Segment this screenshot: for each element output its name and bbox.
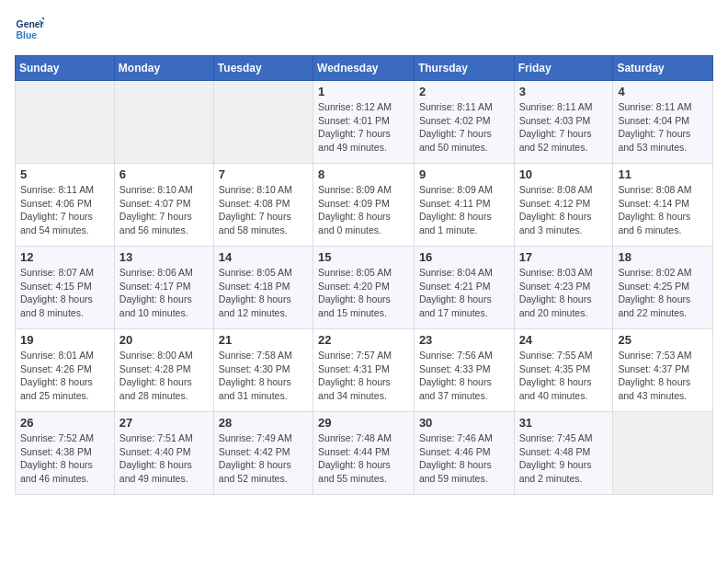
calendar-cell: 30Sunrise: 7:46 AM Sunset: 4:46 PM Dayli…: [414, 412, 514, 495]
day-info: Sunrise: 8:11 AM Sunset: 4:04 PM Dayligh…: [618, 100, 708, 155]
day-info: Sunrise: 7:55 AM Sunset: 4:35 PM Dayligh…: [519, 349, 609, 403]
calendar-cell: 17Sunrise: 8:03 AM Sunset: 4:23 PM Dayli…: [514, 247, 613, 329]
calendar-cell: 21Sunrise: 7:58 AM Sunset: 4:30 PM Dayli…: [213, 329, 313, 412]
day-info: Sunrise: 7:51 AM Sunset: 4:40 PM Dayligh…: [119, 431, 209, 486]
calendar-week-row: 26Sunrise: 7:52 AM Sunset: 4:38 PM Dayli…: [16, 412, 713, 495]
weekday-header-friday: Friday: [514, 56, 613, 81]
day-info: Sunrise: 7:48 AM Sunset: 4:44 PM Dayligh…: [318, 431, 409, 486]
calendar-week-row: 19Sunrise: 8:01 AM Sunset: 4:26 PM Dayli…: [16, 329, 713, 412]
calendar-cell: 26Sunrise: 7:52 AM Sunset: 4:38 PM Dayli…: [16, 412, 115, 495]
calendar-cell: [114, 81, 213, 164]
day-info: Sunrise: 8:00 AM Sunset: 4:28 PM Dayligh…: [119, 349, 209, 403]
calendar-table: SundayMondayTuesdayWednesdayThursdayFrid…: [15, 55, 713, 495]
calendar-cell: 28Sunrise: 7:49 AM Sunset: 4:42 PM Dayli…: [213, 412, 313, 495]
day-number: 17: [519, 250, 609, 264]
calendar-cell: 27Sunrise: 7:51 AM Sunset: 4:40 PM Dayli…: [114, 412, 213, 495]
day-number: 25: [618, 333, 708, 347]
weekday-header-sunday: Sunday: [16, 56, 115, 81]
day-info: Sunrise: 8:04 AM Sunset: 4:21 PM Dayligh…: [419, 266, 509, 320]
day-number: 18: [618, 250, 708, 264]
day-info: Sunrise: 7:57 AM Sunset: 4:31 PM Dayligh…: [318, 349, 409, 403]
calendar-cell: 8Sunrise: 8:09 AM Sunset: 4:09 PM Daylig…: [313, 164, 415, 247]
day-number: 1: [318, 85, 409, 98]
day-number: 29: [318, 416, 409, 430]
day-info: Sunrise: 8:08 AM Sunset: 4:12 PM Dayligh…: [519, 183, 609, 237]
day-info: Sunrise: 8:01 AM Sunset: 4:26 PM Dayligh…: [20, 349, 109, 403]
day-info: Sunrise: 8:12 AM Sunset: 4:01 PM Dayligh…: [318, 100, 409, 155]
day-number: 31: [519, 416, 609, 430]
calendar-cell: 3Sunrise: 8:11 AM Sunset: 4:03 PM Daylig…: [514, 81, 613, 164]
day-info: Sunrise: 8:05 AM Sunset: 4:20 PM Dayligh…: [318, 266, 409, 320]
day-info: Sunrise: 8:09 AM Sunset: 4:09 PM Dayligh…: [318, 183, 409, 237]
day-number: 23: [419, 333, 509, 347]
day-info: Sunrise: 8:09 AM Sunset: 4:11 PM Dayligh…: [419, 183, 509, 237]
calendar-cell: 5Sunrise: 8:11 AM Sunset: 4:06 PM Daylig…: [16, 164, 115, 247]
day-number: 7: [219, 167, 308, 181]
day-number: 13: [119, 250, 209, 264]
calendar-cell: [16, 81, 115, 164]
day-number: 28: [219, 416, 308, 430]
calendar-cell: 16Sunrise: 8:04 AM Sunset: 4:21 PM Dayli…: [414, 247, 514, 329]
day-info: Sunrise: 7:58 AM Sunset: 4:30 PM Dayligh…: [219, 349, 308, 403]
calendar-week-row: 1Sunrise: 8:12 AM Sunset: 4:01 PM Daylig…: [16, 81, 713, 164]
day-info: Sunrise: 8:06 AM Sunset: 4:17 PM Dayligh…: [119, 266, 209, 320]
weekday-header-tuesday: Tuesday: [213, 56, 313, 81]
calendar-cell: 18Sunrise: 8:02 AM Sunset: 4:25 PM Dayli…: [613, 247, 713, 329]
calendar-cell: 15Sunrise: 8:05 AM Sunset: 4:20 PM Dayli…: [313, 247, 415, 329]
svg-text:Blue: Blue: [17, 30, 38, 40]
logo: General Blue: [15, 15, 48, 44]
day-info: Sunrise: 7:56 AM Sunset: 4:33 PM Dayligh…: [419, 349, 509, 403]
calendar-cell: 25Sunrise: 7:53 AM Sunset: 4:37 PM Dayli…: [613, 329, 713, 412]
calendar-week-row: 12Sunrise: 8:07 AM Sunset: 4:15 PM Dayli…: [16, 247, 713, 329]
day-number: 16: [419, 250, 509, 264]
calendar-cell: 10Sunrise: 8:08 AM Sunset: 4:12 PM Dayli…: [514, 164, 613, 247]
weekday-header-thursday: Thursday: [414, 56, 514, 81]
day-info: Sunrise: 7:49 AM Sunset: 4:42 PM Dayligh…: [219, 431, 308, 486]
day-info: Sunrise: 8:11 AM Sunset: 4:02 PM Dayligh…: [419, 100, 509, 155]
calendar-cell: 2Sunrise: 8:11 AM Sunset: 4:02 PM Daylig…: [414, 81, 514, 164]
calendar-cell: 13Sunrise: 8:06 AM Sunset: 4:17 PM Dayli…: [114, 247, 213, 329]
day-number: 24: [519, 333, 609, 347]
calendar-cell: 22Sunrise: 7:57 AM Sunset: 4:31 PM Dayli…: [313, 329, 415, 412]
day-number: 14: [219, 250, 308, 264]
calendar-cell: [213, 81, 313, 164]
day-number: 27: [119, 416, 209, 430]
day-number: 6: [119, 167, 209, 181]
calendar-cell: 11Sunrise: 8:08 AM Sunset: 4:14 PM Dayli…: [613, 164, 713, 247]
calendar-cell: 24Sunrise: 7:55 AM Sunset: 4:35 PM Dayli…: [514, 329, 613, 412]
day-info: Sunrise: 7:53 AM Sunset: 4:37 PM Dayligh…: [618, 349, 708, 403]
calendar-cell: 9Sunrise: 8:09 AM Sunset: 4:11 PM Daylig…: [414, 164, 514, 247]
day-info: Sunrise: 8:10 AM Sunset: 4:08 PM Dayligh…: [219, 183, 308, 237]
day-info: Sunrise: 8:08 AM Sunset: 4:14 PM Dayligh…: [618, 183, 708, 237]
day-info: Sunrise: 8:11 AM Sunset: 4:06 PM Dayligh…: [20, 183, 109, 237]
day-number: 22: [318, 333, 409, 347]
day-number: 15: [318, 250, 409, 264]
day-info: Sunrise: 7:46 AM Sunset: 4:46 PM Dayligh…: [419, 431, 509, 486]
day-info: Sunrise: 8:05 AM Sunset: 4:18 PM Dayligh…: [219, 266, 308, 320]
calendar-cell: 4Sunrise: 8:11 AM Sunset: 4:04 PM Daylig…: [613, 81, 713, 164]
calendar-cell: 29Sunrise: 7:48 AM Sunset: 4:44 PM Dayli…: [313, 412, 415, 495]
logo-icon: General Blue: [15, 15, 44, 44]
day-number: 21: [219, 333, 308, 347]
day-info: Sunrise: 8:02 AM Sunset: 4:25 PM Dayligh…: [618, 266, 708, 320]
day-number: 4: [618, 85, 708, 98]
calendar-cell: 20Sunrise: 8:00 AM Sunset: 4:28 PM Dayli…: [114, 329, 213, 412]
day-info: Sunrise: 8:07 AM Sunset: 4:15 PM Dayligh…: [20, 266, 109, 320]
weekday-header-row: SundayMondayTuesdayWednesdayThursdayFrid…: [16, 56, 713, 81]
calendar-cell: 31Sunrise: 7:45 AM Sunset: 4:48 PM Dayli…: [514, 412, 613, 495]
day-number: 2: [419, 85, 509, 98]
calendar-cell: 14Sunrise: 8:05 AM Sunset: 4:18 PM Dayli…: [213, 247, 313, 329]
calendar-cell: 7Sunrise: 8:10 AM Sunset: 4:08 PM Daylig…: [213, 164, 313, 247]
day-info: Sunrise: 8:11 AM Sunset: 4:03 PM Dayligh…: [519, 100, 609, 155]
calendar-cell: [613, 412, 713, 495]
day-number: 10: [519, 167, 609, 181]
weekday-header-monday: Monday: [114, 56, 213, 81]
day-number: 30: [419, 416, 509, 430]
calendar-cell: 19Sunrise: 8:01 AM Sunset: 4:26 PM Dayli…: [16, 329, 115, 412]
day-number: 5: [20, 167, 109, 181]
calendar-cell: 12Sunrise: 8:07 AM Sunset: 4:15 PM Dayli…: [16, 247, 115, 329]
day-number: 20: [119, 333, 209, 347]
calendar-cell: 1Sunrise: 8:12 AM Sunset: 4:01 PM Daylig…: [313, 81, 415, 164]
day-info: Sunrise: 7:45 AM Sunset: 4:48 PM Dayligh…: [519, 431, 609, 486]
day-number: 11: [618, 167, 708, 181]
